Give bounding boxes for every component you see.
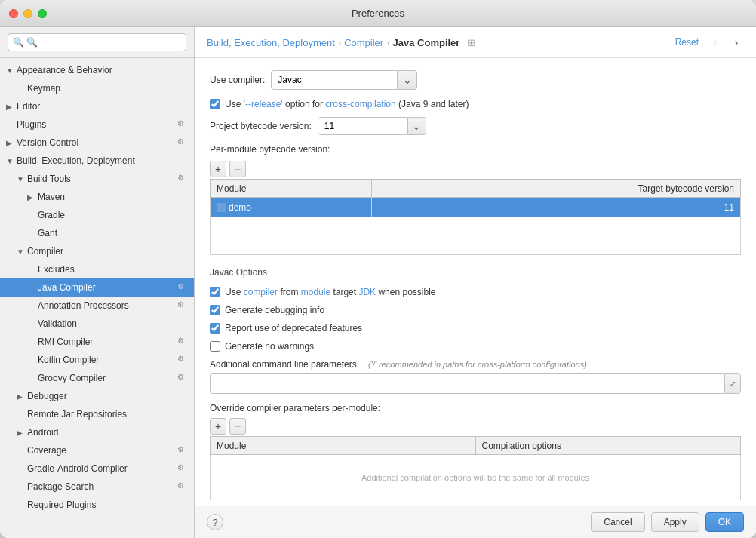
add-override-button[interactable]: + xyxy=(210,418,226,435)
override-table: Module Compilation options Additional co… xyxy=(210,436,741,500)
sidebar-item-android[interactable]: ▶ Android xyxy=(0,423,194,441)
use-compiler-module-checkbox[interactable] xyxy=(210,287,220,297)
reset-button[interactable]: Reset xyxy=(672,35,702,49)
sidebar-item-maven[interactable]: ▶ Maven xyxy=(0,188,194,206)
settings-icon: ⚙ xyxy=(177,373,188,383)
override-col-module: Module xyxy=(211,437,476,455)
sidebar-item-version-control[interactable]: ▶ Version Control ⚙ xyxy=(0,134,194,152)
sidebar-item-excludes[interactable]: Excludes xyxy=(0,260,194,278)
sidebar-item-compiler[interactable]: ▼ Compiler xyxy=(0,242,194,260)
content-header: Build, Execution, Deployment › Compiler … xyxy=(195,27,756,58)
sidebar-item-build-tools[interactable]: ▼ Build Tools ⚙ xyxy=(0,170,194,188)
ok-button[interactable]: OK xyxy=(705,512,744,532)
bytecode-version-dropdown-button[interactable]: ⌄ xyxy=(408,117,426,135)
expand-arrow: ▼ xyxy=(6,157,17,165)
search-icon: 🔍 xyxy=(13,37,24,48)
forward-button[interactable]: › xyxy=(729,35,744,50)
apply-button[interactable]: Apply xyxy=(651,512,699,532)
minimize-button[interactable] xyxy=(23,9,32,18)
compiler-dropdown-button[interactable]: ⌄ xyxy=(398,70,417,90)
sidebar-item-build-execution[interactable]: ▼ Build, Execution, Deployment xyxy=(0,152,194,170)
search-wrapper: 🔍 xyxy=(8,33,186,51)
sidebar-item-label: Editor xyxy=(17,101,188,112)
sidebar-item-label: Plugins xyxy=(17,119,177,130)
close-button[interactable] xyxy=(9,9,18,18)
remove-module-button[interactable]: − xyxy=(229,161,246,177)
cmd-params-input[interactable] xyxy=(210,373,724,394)
bytecode-version-input[interactable] xyxy=(318,117,408,135)
sidebar-item-label: Gradle-Android Compiler xyxy=(27,463,177,474)
use-compiler-row: Use compiler: ⌄ xyxy=(210,70,741,90)
compiler-input[interactable] xyxy=(271,70,398,90)
table-toolbar-2: + − xyxy=(210,418,741,435)
sidebar-item-groovy-compiler[interactable]: Groovy Compiler ⚙ xyxy=(0,369,194,387)
sidebar-item-label: RMI Compiler xyxy=(38,337,177,347)
sidebar-item-label: Debugger xyxy=(27,391,188,401)
sidebar-item-label: Required Plugins xyxy=(27,500,188,510)
sidebar-item-rmi-compiler[interactable]: RMI Compiler ⚙ xyxy=(0,333,194,351)
no-warnings-checkbox[interactable] xyxy=(210,341,220,352)
sidebar-item-package-search[interactable]: Package Search ⚙ xyxy=(0,478,194,496)
back-button[interactable]: ‹ xyxy=(708,35,723,50)
table-row[interactable]: demo 11 xyxy=(211,198,741,217)
cancel-button[interactable]: Cancel xyxy=(591,512,644,532)
empty-row xyxy=(211,217,741,255)
settings-icon: ⚙ xyxy=(177,174,188,184)
generate-debug-checkbox[interactable] xyxy=(210,305,220,315)
breadcrumb-compiler[interactable]: Compiler xyxy=(344,37,383,48)
sidebar-item-label: Gant xyxy=(38,228,188,238)
maximize-button[interactable] xyxy=(38,9,47,18)
expand-arrow: ▶ xyxy=(6,103,17,111)
report-deprecated-label[interactable]: Report use of deprecated features xyxy=(225,323,362,334)
sidebar-item-keymap[interactable]: Keymap xyxy=(0,79,194,97)
titlebar: Preferences xyxy=(0,0,756,27)
sidebar-item-gant[interactable]: Gant xyxy=(0,224,194,242)
sidebar: 🔍 ▼ Appearance & Behavior Keymap ▶ xyxy=(0,27,195,538)
sidebar-item-debugger[interactable]: ▶ Debugger xyxy=(0,387,194,405)
use-compiler-module-row: Use compiler from module target JDK when… xyxy=(210,287,741,297)
override-empty-text: Additional compilation options will be t… xyxy=(211,455,741,500)
generate-debug-label[interactable]: Generate debugging info xyxy=(225,305,324,315)
cmd-expand-button[interactable]: ⤢ xyxy=(724,373,741,394)
remove-override-button[interactable]: − xyxy=(229,418,246,435)
add-module-button[interactable]: + xyxy=(210,161,226,177)
report-deprecated-row: Report use of deprecated features xyxy=(210,323,741,334)
breadcrumb-build[interactable]: Build, Execution, Deployment xyxy=(207,37,335,48)
sidebar-item-plugins[interactable]: Plugins ⚙ xyxy=(0,115,194,134)
settings-page-icon: ⊞ xyxy=(467,37,475,48)
sidebar-item-appearance-behavior[interactable]: ▼ Appearance & Behavior xyxy=(0,61,194,79)
settings-icon: ⚙ xyxy=(177,119,188,130)
col-module: Module xyxy=(211,180,372,198)
help-button[interactable]: ? xyxy=(207,514,223,530)
sidebar-item-gradle-android[interactable]: Gradle-Android Compiler ⚙ xyxy=(0,460,194,478)
version-cell: 11 xyxy=(371,198,740,217)
sidebar-item-gradle[interactable]: Gradle xyxy=(0,206,194,224)
no-warnings-row: Generate no warnings xyxy=(210,341,741,352)
expand-arrow: ▼ xyxy=(17,175,27,183)
settings-icon: ⚙ xyxy=(177,481,188,492)
report-deprecated-checkbox[interactable] xyxy=(210,323,220,334)
sidebar-item-java-compiler[interactable]: Java Compiler ⚙ xyxy=(0,278,194,297)
search-box: 🔍 xyxy=(0,27,194,58)
sidebar-item-required-plugins[interactable]: Required Plugins xyxy=(0,496,194,514)
module-cell: demo xyxy=(211,198,372,217)
release-option-checkbox[interactable] xyxy=(210,99,220,109)
sidebar-item-editor[interactable]: ▶ Editor xyxy=(0,97,194,115)
no-warnings-label[interactable]: Generate no warnings xyxy=(225,341,314,352)
settings-icon: ⚙ xyxy=(177,445,188,456)
sidebar-item-coverage[interactable]: Coverage ⚙ xyxy=(0,441,194,460)
search-input[interactable] xyxy=(8,33,186,51)
release-option-label[interactable]: Use '--release' option for cross-compila… xyxy=(225,99,469,109)
main-content: 🔍 ▼ Appearance & Behavior Keymap ▶ xyxy=(0,27,756,538)
sidebar-item-annotation-processors[interactable]: Annotation Processors ⚙ xyxy=(0,297,194,315)
sidebar-item-validation[interactable]: Validation xyxy=(0,315,194,333)
override-col-options: Compilation options xyxy=(475,437,741,455)
sidebar-item-label: Validation xyxy=(38,318,188,329)
sidebar-item-remote-jar[interactable]: Remote Jar Repositories xyxy=(0,405,194,423)
javac-options-title: Javac Options xyxy=(210,267,741,278)
use-compiler-module-label[interactable]: Use compiler from module target JDK when… xyxy=(225,287,436,297)
expand-arrow: ▶ xyxy=(27,193,38,201)
header-actions: Reset ‹ › xyxy=(672,35,744,50)
sidebar-item-kotlin-compiler[interactable]: Kotlin Compiler ⚙ xyxy=(0,351,194,369)
cmd-params-label-row: Additional command line parameters: ('/'… xyxy=(210,359,741,370)
